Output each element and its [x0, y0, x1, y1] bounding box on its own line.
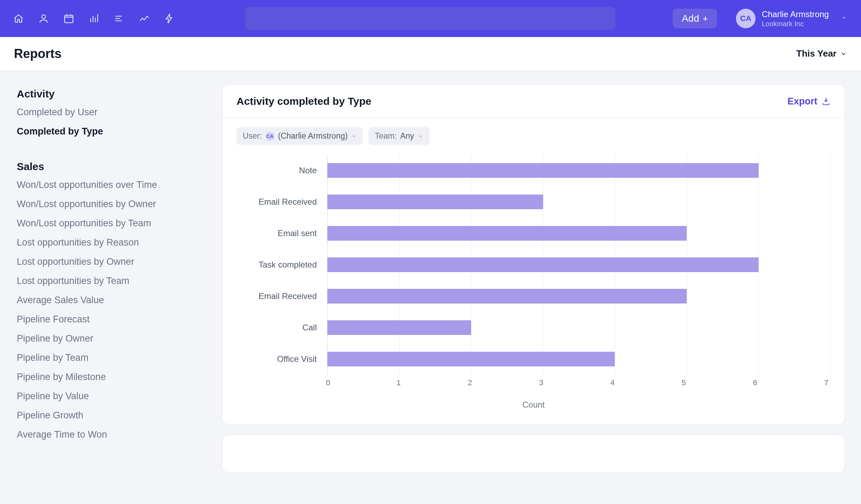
bar[interactable] — [327, 226, 687, 241]
sidebar-item[interactable]: Won/Lost opportunities by Team — [17, 214, 192, 233]
sidebar-item[interactable]: Pipeline by Milestone — [17, 367, 192, 387]
report-sidebar: ActivityCompleted by UserCompleted by Ty… — [0, 71, 206, 504]
chart-area: NoteEmail ReceivedEmail sentTask complet… — [222, 148, 845, 424]
x-axis-tick: 3 — [539, 378, 610, 387]
export-button[interactable]: Export — [787, 96, 831, 107]
bar[interactable] — [327, 257, 759, 272]
x-axis-tick: 0 — [326, 378, 397, 387]
add-button[interactable]: Add + — [673, 9, 717, 28]
x-axis-tick: 4 — [610, 378, 681, 387]
bar-row — [327, 218, 831, 249]
bar-chart-icon[interactable] — [88, 13, 100, 24]
team-filter-chip[interactable]: Team: Any — [369, 127, 429, 145]
sidebar-item[interactable]: Lost opportunities by Owner — [17, 252, 192, 271]
search-input[interactable] — [254, 13, 607, 24]
y-axis-labels: NoteEmail ReceivedEmail sentTask complet… — [236, 155, 327, 375]
sidebar-group: ActivityCompleted by UserCompleted by Ty… — [17, 85, 192, 141]
sidebar-item[interactable]: Won/Lost opportunities over Time — [17, 175, 192, 195]
home-icon[interactable] — [13, 13, 24, 24]
x-axis-tick: 6 — [753, 378, 824, 387]
user-meta: Charlie Armstrong Lookmark Inc — [762, 9, 829, 28]
bar-row — [327, 249, 831, 280]
bar-row — [327, 155, 831, 186]
y-axis-label: Note — [236, 155, 327, 186]
svg-point-0 — [42, 15, 46, 19]
calendar-icon[interactable] — [63, 13, 75, 24]
export-label: Export — [787, 96, 817, 107]
chart-bars — [327, 155, 831, 375]
bar-row — [327, 312, 831, 343]
report-card-header: Activity completed by Type Export — [222, 85, 845, 118]
user-org: Lookmark Inc — [762, 20, 829, 28]
date-range-picker[interactable]: This Year — [796, 48, 847, 59]
person-icon[interactable] — [38, 13, 50, 24]
sidebar-item[interactable]: Pipeline by Value — [17, 387, 192, 406]
y-axis-label: Email Received — [236, 186, 327, 218]
page-body: ActivityCompleted by UserCompleted by Ty… — [0, 71, 861, 504]
sidebar-item[interactable]: Completed by Type — [17, 122, 192, 141]
y-axis-label: Office Visit — [236, 343, 327, 375]
download-icon — [822, 97, 831, 106]
bolt-icon[interactable] — [163, 13, 175, 24]
date-range-label: This Year — [796, 48, 837, 59]
sidebar-item[interactable]: Completed by User — [17, 103, 192, 122]
plus-icon: + — [703, 14, 708, 23]
user-filter-value: (Charlie Armstrong) — [278, 131, 348, 141]
avatar: CA — [736, 9, 756, 28]
filter-bar: User: CA (Charlie Armstrong) Team: Any — [222, 118, 845, 148]
global-search[interactable] — [245, 7, 615, 30]
sidebar-item[interactable]: Lost opportunities by Team — [17, 271, 192, 291]
y-axis-label: Email sent — [236, 218, 327, 249]
sidebar-heading: Sales — [17, 161, 192, 173]
sidebar-heading: Activity — [17, 88, 192, 100]
y-axis-label: Call — [236, 312, 327, 343]
bar-row — [327, 343, 831, 375]
bar-row — [327, 280, 831, 312]
next-report-card — [222, 434, 845, 473]
add-button-label: Add — [682, 13, 699, 24]
trend-icon[interactable] — [138, 13, 150, 24]
sidebar-item[interactable]: Average Sales Value — [17, 291, 192, 310]
report-card: Activity completed by Type Export User: … — [222, 85, 845, 425]
user-filter-chip[interactable]: User: CA (Charlie Armstrong) — [236, 127, 363, 145]
sidebar-item[interactable]: Pipeline by Team — [17, 348, 192, 367]
user-menu[interactable]: CA Charlie Armstrong Lookmark Inc — [736, 9, 847, 28]
x-axis-tick: 2 — [468, 378, 539, 387]
chevron-down-icon — [840, 50, 847, 57]
bar[interactable] — [327, 163, 759, 178]
x-axis-tick: 5 — [682, 378, 753, 387]
chevron-down-icon — [418, 133, 423, 139]
report-card-title: Activity completed by Type — [236, 95, 371, 107]
user-filter-label: User: — [243, 131, 262, 141]
plot-area — [327, 155, 831, 375]
team-filter-label: Team: — [375, 131, 397, 141]
sidebar-item[interactable]: Pipeline by Owner — [17, 329, 192, 348]
x-axis-tick: 1 — [396, 378, 468, 387]
x-axis-ticks: 01234567 — [327, 378, 831, 387]
page-header: Reports This Year — [0, 37, 861, 71]
sidebar-item[interactable]: Won/Lost opportunities by Owner — [17, 195, 192, 214]
sidebar-item[interactable]: Pipeline Growth — [17, 406, 192, 425]
y-axis-label: Task completed — [236, 249, 327, 280]
top-nav: Add + CA Charlie Armstrong Lookmark Inc — [0, 0, 861, 37]
mini-avatar: CA — [265, 132, 275, 141]
list-icon[interactable] — [113, 13, 125, 24]
sidebar-item[interactable]: Pipeline Forecast — [17, 310, 192, 329]
bar[interactable] — [327, 289, 687, 304]
bar[interactable] — [327, 195, 543, 209]
chevron-down-icon — [351, 133, 357, 139]
bar[interactable] — [327, 352, 615, 366]
x-axis-tick: 7 — [824, 378, 829, 387]
y-axis-label: Email Received — [236, 280, 327, 312]
x-axis-title: Count — [236, 400, 831, 410]
page-title: Reports — [14, 46, 61, 61]
sidebar-item[interactable]: Average Time to Won — [17, 425, 192, 444]
sidebar-group: SalesWon/Lost opportunities over TimeWon… — [17, 158, 192, 444]
svg-rect-1 — [65, 15, 73, 23]
user-name: Charlie Armstrong — [762, 9, 829, 20]
nav-icon-group — [13, 13, 175, 24]
sidebar-item[interactable]: Lost opportunities by Reason — [17, 233, 192, 252]
team-filter-value: Any — [400, 131, 414, 141]
chevron-down-icon — [841, 15, 847, 22]
bar[interactable] — [327, 320, 471, 335]
